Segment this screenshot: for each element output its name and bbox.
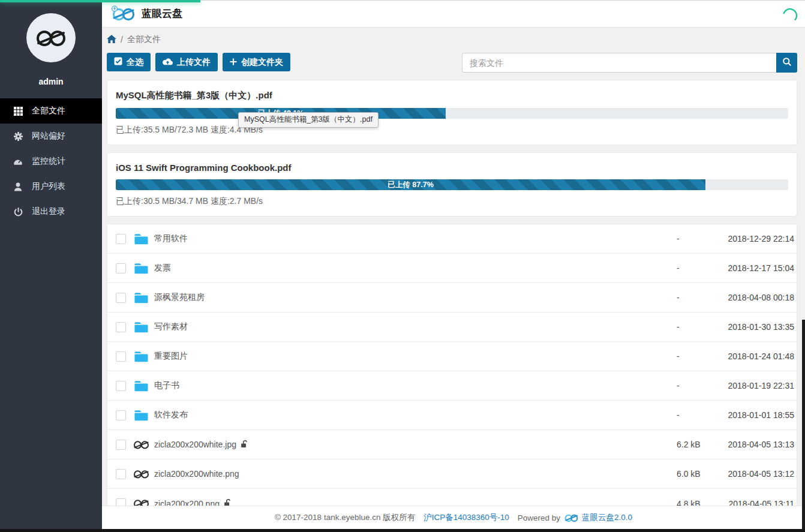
username: admin	[0, 77, 102, 86]
file-name[interactable]: 软件发布	[154, 410, 188, 420]
content-area: / 全部文件 全选 上传文件	[102, 28, 805, 503]
file-name[interactable]: 常用软件	[154, 233, 188, 244]
sidebar-item-label: 全部文件	[32, 106, 65, 116]
upload-file-name: iOS 11 Swift Programming Cookbook.pdf	[116, 163, 788, 173]
table-row: 常用软件 - 2018-12-29 22:14	[107, 224, 797, 254]
file-date: 2018-04-05 13:12	[704, 469, 794, 479]
home-icon[interactable]	[107, 35, 116, 45]
toolbar: 全选 上传文件 创建文件夹	[107, 53, 797, 73]
file-name[interactable]: zicla200x200white.png	[154, 469, 239, 479]
window-right-edge	[802, 320, 805, 529]
create-folder-button[interactable]: 创建文件夹	[223, 53, 290, 71]
row-checkbox[interactable]	[116, 381, 126, 391]
sidebar-item-label: 用户列表	[32, 181, 65, 192]
row-checkbox[interactable]	[116, 410, 126, 420]
progress-track: 已上传 49.1%	[116, 108, 788, 119]
eyeblue-logo-icon	[110, 5, 136, 22]
file-date: 2018-12-17 15:04	[704, 263, 794, 273]
file-size: -	[677, 322, 704, 332]
sidebar-menu: 全部文件	[0, 98, 102, 224]
breadcrumb: / 全部文件	[107, 34, 797, 45]
upload-stats: 已上传:35.5 MB/72.3 MB 速度:4.4 MB/s	[116, 125, 788, 136]
search-button[interactable]	[776, 53, 797, 73]
eyeblue-logo-icon	[35, 28, 67, 48]
row-checkbox[interactable]	[116, 469, 126, 479]
row-checkbox[interactable]	[116, 351, 126, 362]
user-icon	[12, 182, 24, 191]
powered-by: Powered by 蓝眼云盘2.0.0	[518, 512, 632, 523]
file-name[interactable]: 发票	[154, 263, 171, 273]
footer: © 2017-2018 tank.eyeblue.cn 版权所有 沪ICP备14…	[102, 506, 805, 529]
page-title: 蓝眼云盘	[142, 7, 182, 20]
table-row: 电子书 - 2018-01-19 22:31	[107, 371, 797, 401]
sidebar-item-logout[interactable]: 退出登录	[0, 199, 102, 224]
gear-icon	[12, 132, 24, 141]
progress-track: 已上传 87.7%	[116, 179, 788, 190]
page-load-progress-bar	[0, 0, 200, 2]
table-row: 重要图片 - 2018-01-24 01:48	[107, 342, 797, 371]
search-input[interactable]	[462, 53, 776, 73]
folder-icon	[133, 263, 149, 274]
sidebar-item-all-files[interactable]: 全部文件	[0, 98, 102, 124]
row-checkbox[interactable]	[116, 440, 126, 450]
file-name[interactable]: zicla200x200white.jpg	[154, 440, 248, 450]
file-date: 2018-01-24 01:48	[704, 351, 794, 361]
file-size: 6.2 kB	[677, 440, 704, 449]
file-size: -	[677, 381, 704, 390]
breadcrumb-separator: /	[121, 35, 123, 44]
copyright-text: © 2017-2018 tank.eyeblue.cn 版权所有	[275, 512, 415, 523]
file-size: -	[677, 263, 704, 273]
file-date: 2018-04-08 00:18	[704, 293, 794, 302]
image-file-icon	[133, 440, 149, 450]
window-bottom-edge	[0, 529, 805, 532]
upload-stats: 已上传:30.5 MB/34.7 MB 速度:2.7 MB/s	[116, 196, 788, 207]
sidebar-item-user-list[interactable]: 用户列表	[0, 174, 102, 199]
file-date: 2018-12-29 22:14	[704, 234, 794, 244]
check-square-icon	[114, 57, 122, 67]
upload-file-button[interactable]: 上传文件	[155, 53, 218, 71]
file-name[interactable]: 写作素材	[154, 321, 188, 332]
sidebar-item-label: 网站偏好	[32, 131, 65, 142]
unlock-icon	[241, 440, 248, 450]
row-checkbox[interactable]	[116, 322, 126, 332]
file-name[interactable]: 电子书	[154, 380, 179, 391]
folder-icon	[133, 233, 149, 245]
file-size: -	[677, 351, 704, 361]
file-name[interactable]: 重要图片	[154, 351, 188, 362]
plus-icon	[230, 58, 237, 67]
table-row: 发票 - 2018-12-17 15:04	[107, 254, 797, 283]
table-row: 软件发布 - 2018-01-01 18:55	[107, 401, 797, 430]
sidebar-item-label: 退出登录	[32, 206, 65, 217]
product-version-link[interactable]: 蓝眼云盘2.0.0	[582, 512, 632, 523]
loading-spinner	[782, 8, 798, 26]
sidebar-item-label: 监控统计	[32, 156, 65, 167]
cloud-upload-icon	[163, 58, 173, 67]
app-header: 蓝眼云盘	[102, 0, 805, 28]
row-checkbox[interactable]	[116, 234, 126, 244]
sidebar-item-site-preferences[interactable]: 网站偏好	[0, 124, 102, 149]
folder-icon	[133, 351, 149, 362]
grid-icon	[12, 107, 24, 116]
table-row: zicla200x200white.png 6.0 kB 2018-04-05 …	[107, 459, 797, 489]
table-row: 写作素材 - 2018-01-30 13:35	[107, 312, 797, 342]
breadcrumb-current[interactable]: 全部文件	[127, 34, 161, 45]
sidebar-item-monitoring-stats[interactable]: 监控统计	[0, 149, 102, 174]
upload-card: MySQL高性能书籍_第3版（中文）.pdf 已上传 49.1% 已上传:35.…	[107, 80, 797, 145]
avatar[interactable]	[26, 13, 76, 62]
power-icon	[12, 208, 24, 217]
select-all-button[interactable]: 全选	[107, 53, 151, 71]
file-date: 2018-04-05 13:13	[704, 440, 794, 449]
file-date: 2018-01-19 22:31	[704, 381, 794, 390]
file-size: -	[677, 234, 704, 244]
dashboard-icon	[12, 158, 24, 166]
file-size: -	[677, 410, 704, 420]
row-checkbox[interactable]	[116, 293, 126, 303]
icp-link[interactable]: 沪ICP备14038360号-10	[423, 512, 509, 523]
upload-file-name: MySQL高性能书籍_第3版（中文）.pdf	[116, 90, 788, 101]
folder-icon	[133, 292, 149, 303]
folder-icon	[133, 410, 149, 421]
file-name[interactable]: 源枫景苑租房	[154, 292, 205, 303]
row-checkbox[interactable]	[116, 263, 126, 273]
image-file-icon	[133, 469, 149, 479]
folder-icon	[133, 380, 149, 392]
